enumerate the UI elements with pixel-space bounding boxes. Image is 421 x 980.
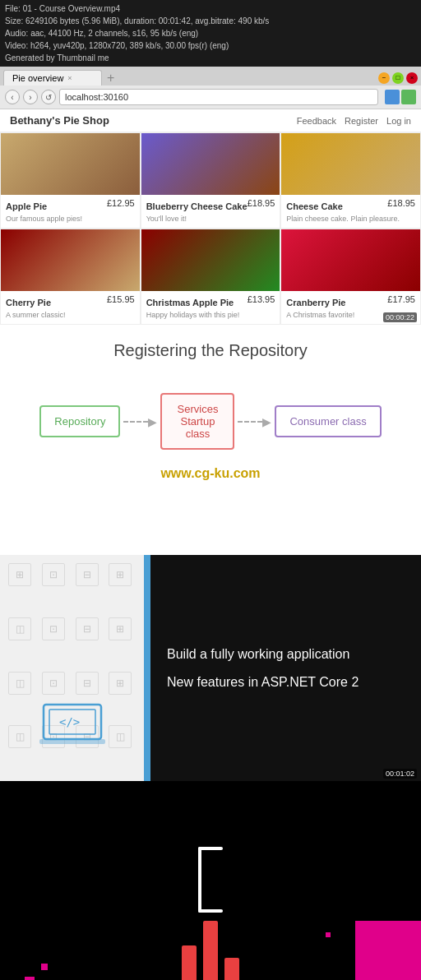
- pie-name-0: Apple Pie: [6, 201, 47, 211]
- timestamp-2: 00:01:02: [383, 769, 417, 779]
- svg-rect-4: [198, 847, 223, 850]
- pie-item-0[interactable]: Apple Pie £12.95 Our famous apple pies!: [0, 132, 141, 229]
- dot-1: [41, 964, 48, 970]
- bg-icon-2: ⊟: [76, 563, 99, 586]
- bg-icon-8: ◫: [8, 672, 31, 695]
- feature-text-2: New features in ASP.NET Core 2: [167, 675, 405, 690]
- blue-accent-bar: [144, 555, 150, 781]
- features-left-panel: ⊞⊡⊟⊞◫⊡⊟⊞◫⊡⊟⊞◫⊡⊟◫ </>: [0, 555, 144, 781]
- features-section: ⊞⊡⊟⊞◫⊡⊟⊞◫⊡⊟⊞◫⊡⊟◫ </> Build a fully worki…: [0, 555, 421, 781]
- svg-rect-5: [198, 909, 223, 913]
- nav-login[interactable]: Log in: [386, 116, 411, 126]
- file-info-line2: Size: 6249106 bytes (5.96 MiB), duration…: [5, 15, 416, 27]
- pie-item-3[interactable]: Cherry Pie £15.95 A summer classic!: [0, 229, 141, 325]
- nav-feedback[interactable]: Feedback: [297, 116, 336, 126]
- pie-price-4: £13.95: [248, 294, 275, 304]
- bg-icon-7: ⊞: [109, 617, 132, 640]
- close-window-button[interactable]: ×: [406, 72, 418, 84]
- bg-icon-10: ⊟: [76, 672, 99, 695]
- file-info-bar: File: 01 - Course Overview.mp4 Size: 624…: [0, 0, 421, 67]
- bg-icon-15: ◫: [109, 725, 132, 748]
- pie-desc-3: A summer classic!: [6, 311, 135, 319]
- pie-image-2: [281, 133, 420, 195]
- file-info-line4: Video: h264, yuv420p, 1280x720, 389 kb/s…: [5, 39, 416, 52]
- bg-icon-5: ⊡: [42, 617, 65, 640]
- pie-price-0: £12.95: [107, 198, 135, 208]
- bg-icon-12: ◫: [8, 725, 31, 748]
- pie-info-3: Cherry Pie £15.95 A summer classic!: [1, 291, 140, 324]
- pie-image-3: [1, 229, 140, 291]
- pie-image-0: [1, 133, 140, 195]
- bg-icon-1: ⊡: [42, 563, 65, 586]
- pie-image-4: [141, 229, 280, 291]
- pie-info-1: Blueberry Cheese Cake £18.95 You'll love…: [141, 195, 280, 228]
- forward-button[interactable]: ›: [23, 90, 38, 104]
- bg-icon-11: ⊞: [109, 672, 132, 695]
- timestamp-1: 00:00:22: [383, 312, 417, 322]
- pie-name-2: Cheese Cake: [286, 201, 343, 211]
- pie-price-5: £17.95: [387, 294, 415, 304]
- file-info-line3: Audio: aac, 44100 Hz, 2 channels, s16, 9…: [5, 27, 416, 39]
- repo-section: Registering the Repository Repository ▶ …: [0, 325, 421, 555]
- pie-desc-2: Plain cheese cake. Plain pleasure.: [286, 215, 415, 223]
- svg-rect-6: [198, 847, 201, 913]
- browser-tab[interactable]: Pie overview ×: [3, 70, 102, 86]
- consumer-box: Consumer class: [275, 405, 381, 437]
- minimize-button[interactable]: −: [378, 72, 390, 84]
- features-slide: ⊞⊡⊟⊞◫⊡⊟⊞◫⊡⊟⊞◫⊡⊟◫ </> Build a fully worki…: [0, 555, 421, 781]
- pie-name-5: Cranberry Pie: [286, 298, 345, 307]
- startup-box: Services Startup class: [160, 393, 234, 450]
- features-right-panel: Build a fully working application New fe…: [150, 555, 421, 781]
- browser-controls: ‹ › ↺ localhost:30160: [0, 86, 421, 109]
- pie-name-3: Cherry Pie: [6, 298, 51, 307]
- consumer-label: Consumer class: [289, 415, 366, 428]
- site-logo: Bethany's Pie Shop: [10, 114, 109, 127]
- repository-label: Repository: [54, 415, 105, 428]
- site-nav: Feedback Register Log in: [297, 116, 411, 126]
- startup-label-line3: class: [186, 428, 210, 440]
- site-header: Bethany's Pie Shop Feedback Register Log…: [0, 109, 421, 132]
- pie-item-1[interactable]: Blueberry Cheese Cake £18.95 You'll love…: [141, 132, 281, 229]
- bg-icon-4: ◫: [8, 617, 31, 640]
- magenta-rect-tiny: [25, 977, 35, 980]
- pie-desc-0: Our famous apple pies!: [6, 215, 135, 223]
- bg-icon-3: ⊞: [109, 563, 132, 586]
- file-info-line5: Generated by Thumbnail me: [5, 52, 416, 64]
- repository-box: Repository: [39, 405, 120, 437]
- pie-item-4[interactable]: Christmas Apple Pie £13.95 Happy holiday…: [141, 229, 281, 325]
- bar-3: [224, 958, 239, 980]
- repo-slide-title: Registering the Repository: [113, 341, 308, 360]
- arrow-2: ▶: [234, 415, 275, 428]
- dot-2: [326, 932, 331, 937]
- address-text: localhost:30160: [65, 92, 128, 102]
- back-button[interactable]: ‹: [5, 90, 20, 104]
- browser-ext-icon: [385, 90, 400, 104]
- tab-close-button[interactable]: ×: [67, 74, 72, 82]
- tab-label: Pie overview: [12, 73, 63, 83]
- pie-desc-4: Happy holidays with this pie!: [146, 311, 275, 319]
- svg-rect-3: [39, 739, 105, 744]
- pie-item-5[interactable]: Cranberry Pie £17.95 A Christmas favorit…: [280, 229, 421, 325]
- pie-price-1: £18.95: [248, 198, 275, 208]
- pie-desc-1: You'll love it!: [146, 215, 275, 223]
- pie-image-5: [281, 229, 420, 291]
- animation-section: [0, 781, 421, 980]
- browser-chrome: Pie overview × + − □ × ‹ › ↺ localhost:3…: [0, 67, 421, 109]
- bg-icon-6: ⊟: [76, 617, 99, 640]
- address-bar[interactable]: localhost:30160: [59, 89, 378, 105]
- reload-button[interactable]: ↺: [41, 90, 56, 104]
- maximize-button[interactable]: □: [392, 72, 404, 84]
- repo-diagram: Repository ▶ Services Startup class ▶ Co…: [39, 393, 381, 450]
- bg-icon-0: ⊞: [8, 563, 31, 586]
- bg-icon-9: ⊡: [42, 672, 65, 695]
- pie-name-1: Blueberry Cheese Cake: [146, 201, 248, 211]
- startup-label-line1: Services: [178, 403, 219, 415]
- pie-info-4: Christmas Apple Pie £13.95 Happy holiday…: [141, 291, 280, 324]
- nav-register[interactable]: Register: [345, 116, 378, 126]
- svg-text:</>: </>: [59, 715, 80, 728]
- pie-name-4: Christmas Apple Pie: [146, 298, 234, 307]
- new-tab-button[interactable]: +: [107, 71, 114, 86]
- pie-grid: Apple Pie £12.95 Our famous apple pies! …: [0, 132, 421, 325]
- pie-item-2[interactable]: Cheese Cake £18.95 Plain cheese cake. Pl…: [280, 132, 421, 229]
- feature-text-1: Build a fully working application: [167, 647, 405, 662]
